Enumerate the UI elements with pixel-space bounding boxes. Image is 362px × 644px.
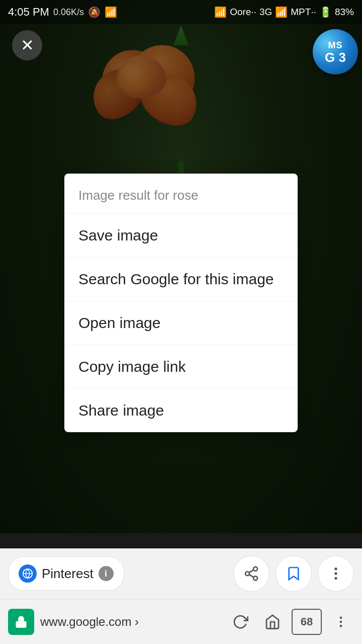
context-menu-title: Image result for rose: [64, 174, 298, 214]
bookmark-button[interactable]: [276, 555, 312, 592]
browser-more-button[interactable]: [328, 609, 354, 635]
more-options-button[interactable]: [318, 555, 354, 592]
mute-icon: 🔕: [88, 6, 101, 18]
vibrate-icon: 📶: [105, 6, 117, 18]
save-image-option[interactable]: Save image: [64, 214, 298, 258]
bottom-toolbar: Pinterest i: [0, 548, 362, 599]
share-button[interactable]: [233, 555, 269, 592]
search-google-option[interactable]: Search Google for this image: [64, 258, 298, 301]
svg-point-6: [334, 568, 337, 570]
svg-point-2: [245, 572, 249, 576]
svg-point-7: [334, 572, 337, 575]
signal-icon2: 📶: [275, 6, 288, 18]
status-bar: 4:05 PM 0.06K/s 🔕 📶 📶 Oore·· 3G 📶 MPT·· …: [0, 0, 362, 24]
svg-rect-9: [16, 621, 27, 627]
signal-icon1: 📶: [214, 6, 227, 18]
tabs-button[interactable]: 68: [292, 609, 322, 635]
network-speed: 0.06K/s: [53, 7, 84, 18]
time-display: 4:05 PM: [8, 6, 49, 19]
url-display[interactable]: www.google.com ›: [40, 615, 221, 629]
copy-image-link-option[interactable]: Copy image link: [64, 345, 298, 389]
site-globe-icon: [19, 565, 37, 583]
svg-point-11: [340, 620, 342, 623]
svg-line-4: [249, 575, 253, 577]
svg-line-5: [249, 570, 253, 573]
svg-point-10: [340, 616, 342, 619]
home-button[interactable]: [259, 609, 286, 635]
reload-button[interactable]: [227, 609, 253, 635]
close-icon: ✕: [21, 37, 34, 53]
share-image-option[interactable]: Share image: [64, 389, 298, 432]
battery-level: 83%: [335, 7, 354, 18]
ssl-lock-icon: [8, 609, 34, 635]
status-left: 4:05 PM 0.06K/s 🔕 📶: [8, 6, 117, 19]
network-type: 3G: [259, 7, 272, 18]
tab-count: 68: [301, 615, 313, 628]
site-name: Pinterest: [42, 566, 94, 582]
svg-point-8: [334, 577, 337, 580]
site-info-icon: i: [99, 566, 114, 581]
floating-ball[interactable]: MS G 3: [313, 29, 358, 74]
floating-ball-ms-label: MS: [325, 40, 346, 51]
battery-icon: 🔋: [319, 6, 332, 18]
address-bar: www.google.com › 68: [0, 599, 362, 644]
floating-ball-content: MS G 3: [325, 40, 346, 64]
context-menu: Image result for rose Save image Search …: [64, 174, 298, 432]
svg-point-12: [340, 624, 342, 627]
carrier1: Oore··: [230, 7, 256, 18]
carrier2: MPT··: [291, 7, 316, 18]
site-info-button[interactable]: Pinterest i: [8, 556, 124, 591]
status-right: 📶 Oore·· 3G 📶 MPT·· 🔋 83%: [214, 6, 354, 18]
svg-point-3: [253, 576, 257, 580]
open-image-option[interactable]: Open image: [64, 301, 298, 345]
floating-ball-g3-label: G 3: [325, 51, 346, 64]
svg-point-1: [253, 567, 257, 571]
close-button[interactable]: ✕: [12, 30, 42, 60]
